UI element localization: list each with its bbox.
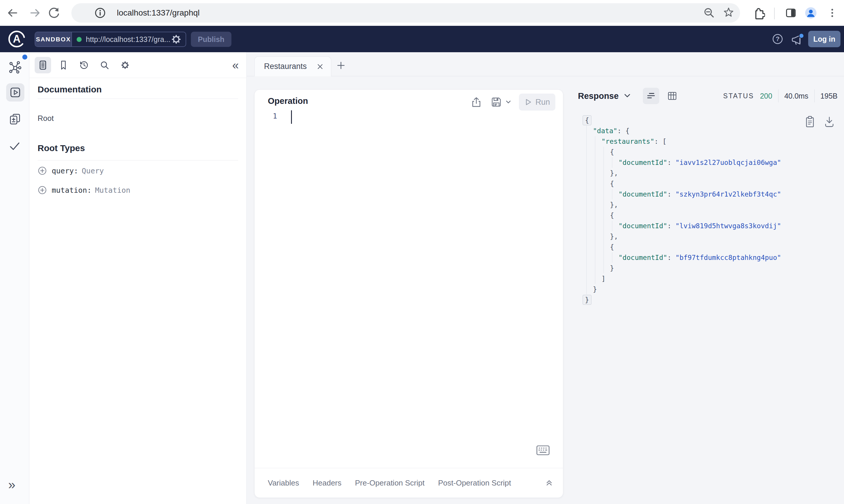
sandbox-badge: SANDBOX bbox=[35, 32, 72, 46]
type-field-label: query: bbox=[52, 167, 78, 175]
response-json-line: "restaurants": [ bbox=[583, 136, 837, 147]
type-name-label[interactable]: Query bbox=[82, 167, 104, 175]
collapse-docs-icon[interactable]: « bbox=[232, 59, 239, 71]
publish-button[interactable]: Publish bbox=[191, 32, 231, 47]
response-json-line: { bbox=[583, 115, 837, 126]
response-json-line: }, bbox=[583, 231, 837, 242]
search-icon bbox=[100, 60, 109, 70]
editor-cursor[interactable] bbox=[291, 110, 292, 124]
address-bar[interactable]: localhost:1337/graphql bbox=[71, 3, 740, 23]
help-icon[interactable]: ? bbox=[771, 33, 784, 46]
docs-tab-settings[interactable] bbox=[117, 57, 133, 73]
site-info-icon[interactable] bbox=[94, 6, 107, 19]
divider bbox=[38, 98, 238, 99]
circle-plus-icon[interactable] bbox=[38, 185, 47, 195]
response-title: Response bbox=[578, 91, 619, 101]
bookmark-star-icon[interactable] bbox=[722, 6, 735, 19]
browser-menu-icon[interactable] bbox=[826, 6, 839, 19]
response-json-line: "documentId": "bf97tfdumkcc8ptahkng4puo" bbox=[583, 252, 837, 263]
divider bbox=[814, 89, 815, 102]
gear-icon bbox=[120, 60, 130, 70]
tab-close-icon[interactable] bbox=[316, 63, 324, 70]
apollo-logo-letter: A bbox=[13, 33, 20, 45]
response-json-line: { bbox=[583, 178, 837, 189]
side-panel-icon[interactable] bbox=[785, 6, 797, 19]
response-duration: 40.0ms bbox=[785, 92, 808, 100]
docs-root-item[interactable]: Root bbox=[38, 114, 54, 123]
bookmark-icon bbox=[58, 60, 68, 70]
connection-status-dot bbox=[76, 37, 82, 42]
keyboard-shortcuts-icon[interactable] bbox=[536, 445, 550, 455]
table-icon bbox=[667, 90, 678, 102]
response-view-raw[interactable] bbox=[643, 88, 659, 104]
zoom-out-icon[interactable] bbox=[703, 6, 716, 19]
response-json[interactable]: {"data": {"restaurants": [{"documentId":… bbox=[583, 115, 837, 504]
bottom-tab-pre-operation-script[interactable]: Pre-Operation Script bbox=[355, 479, 425, 488]
circle-plus-icon[interactable] bbox=[38, 166, 47, 176]
divider bbox=[778, 89, 778, 102]
expand-bottom-panel-icon[interactable] bbox=[545, 479, 554, 487]
document-list-icon bbox=[38, 60, 48, 70]
chrome-divider bbox=[774, 7, 775, 19]
response-json-line: "documentId": "iavv1s2l27uoblqcjai06wga" bbox=[583, 157, 837, 168]
svg-text:?: ? bbox=[776, 35, 779, 42]
tab-restaurants[interactable]: Restaurants bbox=[254, 56, 331, 76]
back-icon[interactable] bbox=[6, 6, 19, 19]
save-menu-chevron-icon bbox=[505, 99, 511, 105]
editor-line-number: 1 bbox=[273, 112, 277, 120]
text-lines-icon bbox=[645, 90, 657, 102]
response-json-line: "data": { bbox=[583, 126, 837, 136]
run-button[interactable]: Run bbox=[519, 94, 555, 111]
docs-tab-search[interactable] bbox=[96, 57, 113, 73]
root-type-mutation[interactable]: mutation: Mutation bbox=[38, 184, 131, 196]
forward-icon[interactable] bbox=[29, 6, 42, 19]
save-operation-group[interactable] bbox=[490, 96, 511, 108]
bottom-tab-variables[interactable]: Variables bbox=[268, 479, 299, 488]
explorer-play-square-icon bbox=[9, 86, 21, 98]
response-size: 195B bbox=[821, 92, 838, 100]
bottom-tab-headers[interactable]: Headers bbox=[312, 479, 341, 488]
response-json-line: { bbox=[583, 210, 837, 221]
rail-item-checks[interactable] bbox=[8, 139, 21, 152]
docs-tab-documentation[interactable] bbox=[35, 57, 51, 73]
sandbox-header: A SANDBOX http://localhost:1337/gra... P… bbox=[0, 26, 844, 52]
share-operation-icon[interactable] bbox=[470, 96, 482, 108]
endpoint-control[interactable]: SANDBOX http://localhost:1337/gra... bbox=[35, 32, 186, 47]
response-view-table[interactable] bbox=[664, 88, 681, 104]
rail-item-changelog[interactable] bbox=[8, 113, 21, 126]
announcements-megaphone-icon[interactable] bbox=[791, 33, 805, 47]
type-field-label: mutation: bbox=[52, 186, 91, 195]
login-button[interactable]: Log in bbox=[808, 31, 841, 47]
root-type-query[interactable]: query: Query bbox=[38, 165, 104, 177]
docs-title: Documentation bbox=[38, 85, 102, 94]
rail-item-explorer[interactable] bbox=[6, 83, 24, 102]
status-code: 200 bbox=[760, 92, 772, 100]
endpoint-settings-gear-icon[interactable] bbox=[170, 33, 182, 45]
profile-avatar[interactable] bbox=[804, 6, 817, 19]
response-json-line: } bbox=[583, 284, 837, 294]
save-floppy-icon bbox=[490, 96, 502, 108]
response-menu-chevron-icon[interactable] bbox=[623, 92, 631, 100]
expand-rail-icon[interactable]: » bbox=[8, 478, 15, 491]
apollo-logo[interactable]: A bbox=[7, 30, 26, 48]
play-icon bbox=[524, 98, 532, 106]
endpoint-url[interactable]: http://localhost:1337/gra... bbox=[86, 35, 170, 44]
documentation-panel: « Documentation Root Root Types query: Q… bbox=[29, 52, 247, 504]
rail-notification-dot bbox=[22, 55, 27, 59]
extensions-icon[interactable] bbox=[752, 6, 765, 19]
response-json-line: "documentId": "szkyn3pr64r1v2lkebf3t4qc" bbox=[583, 189, 837, 199]
reload-icon[interactable] bbox=[48, 6, 61, 19]
new-tab-icon[interactable] bbox=[336, 60, 346, 70]
response-json-line: ] bbox=[583, 273, 837, 284]
bottom-tab-post-operation-script[interactable]: Post-Operation Script bbox=[438, 479, 511, 488]
checkmark-icon bbox=[8, 139, 21, 152]
fold-marker: { bbox=[583, 115, 591, 125]
docs-tab-history[interactable] bbox=[76, 57, 92, 73]
response-json-line: } bbox=[583, 294, 837, 305]
url-text: localhost:1337/graphql bbox=[117, 8, 200, 18]
response-json-line: }, bbox=[583, 199, 837, 210]
operation-title: Operation bbox=[268, 96, 308, 106]
type-name-label[interactable]: Mutation bbox=[95, 186, 130, 195]
docs-tab-saved[interactable] bbox=[55, 57, 72, 73]
schema-graph-icon[interactable] bbox=[8, 60, 22, 74]
